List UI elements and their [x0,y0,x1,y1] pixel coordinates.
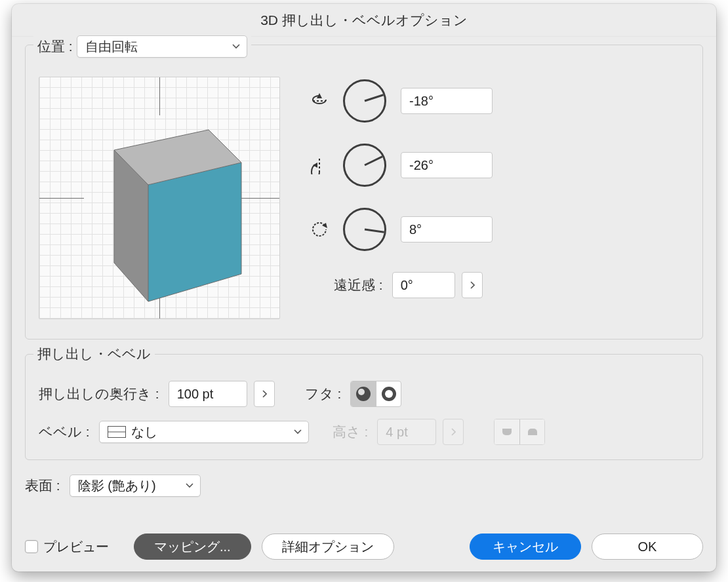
rotate-x-input[interactable]: -18° [401,88,493,114]
checkbox-icon [25,540,38,553]
dialog-window: 3D 押し出し・ベベルオプション 位置 : 自由回転 [12,4,716,572]
cap-off-button[interactable] [376,381,401,406]
cap-label: フタ : [305,385,342,403]
rotate-y-input[interactable]: -26° [401,152,493,178]
dialog-footer: プレビュー マッピング... 詳細オプション キャンセル OK [25,534,703,560]
extrude-legend: 押し出し・ベベル [37,345,151,363]
chevron-right-icon [262,389,267,398]
chevron-down-icon [294,429,302,435]
bevel-in-button [495,419,519,444]
position-preset-value: 自由回転 [85,38,138,56]
preview-label: プレビュー [43,538,109,556]
svg-point-9 [358,389,365,395]
perspective-stepper[interactable] [462,272,483,298]
bevel-direction-toggle [494,419,545,445]
bevel-height-input: 4 pt [377,419,436,445]
svg-marker-5 [313,163,317,168]
svg-point-11 [385,390,393,398]
preview-checkbox[interactable]: プレビュー [25,538,109,556]
bevel-height-stepper [443,419,464,445]
chevron-down-icon [186,483,193,488]
cap-hollow-icon [380,385,397,402]
mapping-button[interactable]: マッピング... [134,534,251,560]
position-group: 位置 : 自由回転 [25,45,703,340]
bevel-in-icon [500,425,514,439]
dialog-title: 3D 押し出し・ベベルオプション [12,4,716,37]
surface-value: 陰影 (艶あり) [78,477,156,495]
rotate-z-dial[interactable] [343,208,386,251]
bevel-out-icon [525,425,540,439]
bevel-label: ベベル : [39,423,90,441]
extrude-depth-stepper[interactable] [254,381,275,407]
surface-label: 表面 : [25,476,60,495]
perspective-input[interactable]: 0° [392,272,455,298]
rotate-y-dial[interactable] [343,144,386,187]
extrude-bevel-group: 押し出し・ベベル 押し出しの奥行き : 100 pt フタ : [25,354,703,460]
rotate-y-icon [310,156,329,174]
cap-toggle [350,381,401,407]
position-preset-select[interactable]: 自由回転 [77,35,247,58]
rotate-z-input[interactable]: 8° [401,216,493,242]
extrude-depth-input[interactable]: 100 pt [169,381,247,407]
more-options-button[interactable]: 詳細オプション [262,534,394,560]
perspective-label: 遠近感 : [334,276,383,294]
rotate-z-icon [310,220,329,239]
cancel-button[interactable]: キャンセル [470,534,581,560]
chevron-right-icon [470,281,475,290]
svg-marker-2 [148,163,241,301]
position-label: 位置 : [37,37,73,56]
bevel-select[interactable]: なし [99,421,309,443]
rotate-x-icon [310,92,329,110]
ok-button[interactable]: OK [592,534,703,560]
bevel-out-button [519,419,544,444]
bevel-height-label: 高さ : [333,423,369,441]
3d-preview[interactable] [39,77,280,319]
cap-solid-icon [355,385,372,402]
rotate-x-dial[interactable] [343,79,386,123]
cube-icon [39,77,281,320]
cap-on-button[interactable] [351,381,376,406]
bevel-none-icon [108,426,126,438]
surface-select[interactable]: 陰影 (艶あり) [70,475,201,497]
chevron-down-icon [232,44,240,49]
chevron-right-icon [451,427,456,436]
extrude-depth-label: 押し出しの奥行き : [39,385,159,403]
svg-marker-7 [322,223,327,228]
bevel-value: なし [131,423,157,441]
